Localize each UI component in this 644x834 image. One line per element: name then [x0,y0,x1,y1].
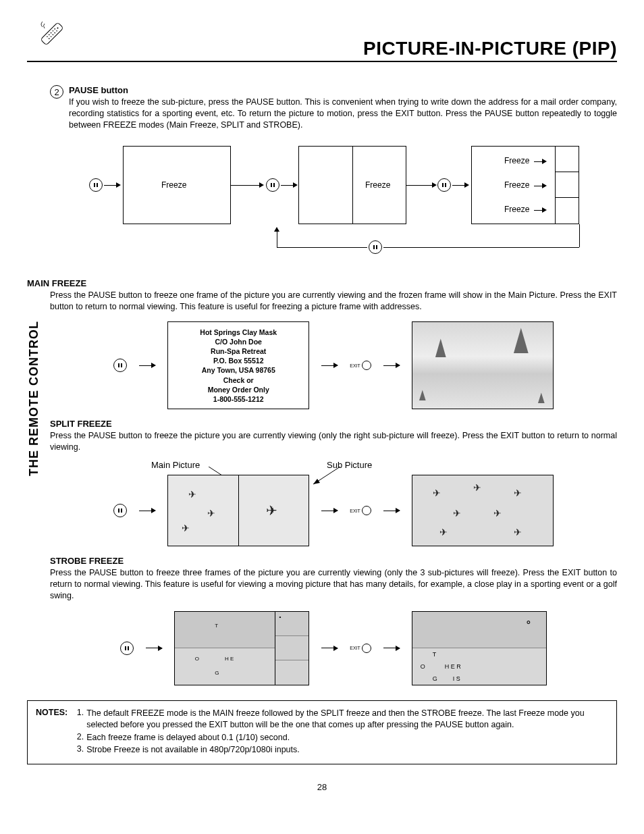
svg-rect-0 [41,22,63,45]
split-frame: ✈✈✈ ✈ [167,475,309,546]
note-item: Strobe Freeze is not available in 480p/7… [86,744,608,756]
addr-line: P.O. Box 55512 [213,356,264,365]
note-item: Each freeze frame is delayed about 0.1 (… [86,732,608,744]
strobe-freeze-text: Press the PAUSE button to freeze three f… [50,567,617,602]
exit-icon: EXIT [350,644,371,653]
step-number: 2 [50,85,63,99]
main-picture-label: Main Picture [151,460,200,470]
svg-point-7 [52,34,53,35]
freeze-label: Freeze [365,180,390,190]
split-freeze-text: Press the PAUSE button to freeze the pic… [50,430,617,453]
strobe-freeze-figure: T OH EG ⚬ EXIT ⚬ T O H E R G I S [50,611,617,685]
page-title: PICTURE-IN-PICTURE (PIP) [27,38,617,62]
addr-line: Hot Springs Clay Mask [200,328,277,337]
freeze-label: Freeze [504,156,529,165]
pause-icon [120,642,134,655]
planes-frame: ✈ ✈ ✈ ✈ ✈ ✈ ✈ [412,475,554,546]
pause-icon [437,178,451,192]
arrow-icon [139,511,155,511]
svg-point-6 [50,32,51,33]
notes-box: NOTES: 1.The default FREEZE mode is the … [27,700,617,765]
remote-icon [37,19,67,49]
exit-icon: EXIT [350,506,371,515]
side-tab: THE REMOTE CONTROL [27,311,47,486]
svg-point-9 [50,36,51,37]
arrow-icon [321,365,338,366]
step-text: If you wish to freeze the sub-picture, p… [69,97,617,131]
arrow-icon [321,648,338,648]
notes-label: NOTES: [36,708,68,758]
svg-point-1 [57,27,59,29]
addr-line: Run-Spa Retreat [211,346,266,356]
svg-point-2 [54,28,55,30]
arrow-icon [383,365,400,366]
main-freeze-heading: MAIN FREEZE [27,278,617,288]
svg-marker-15 [313,479,320,484]
strobe-freeze-heading: STROBE FREEZE [50,556,617,566]
svg-point-5 [54,32,55,33]
pause-icon [113,359,127,372]
svg-point-11 [49,38,50,39]
main-freeze-text: Press the PAUSE button to freeze one fra… [50,290,617,313]
arrow-icon [383,648,400,648]
svg-point-3 [56,30,57,32]
svg-point-4 [52,30,53,32]
arrow-icon [146,648,162,648]
arrow-icon [321,511,338,511]
addr-line: 1-800-555-1212 [213,394,264,404]
pause-icon [89,178,103,192]
address-frame: Hot Springs Clay Mask C/O John Doe Run-S… [167,321,309,409]
step-title: PAUSE button [69,85,617,95]
motion-frame [412,321,554,409]
addr-line: C/O John Doe [215,337,262,346]
main-freeze-figure: Hot Springs Clay Mask C/O John Doe Run-S… [50,321,617,409]
arrow-icon [139,365,155,366]
svg-point-10 [47,36,48,37]
motion-frame: ⚬ T O H E R G I S [412,611,547,685]
freeze-cycle-diagram: Freeze Freeze Freeze Freeze Freeze [77,143,590,258]
note-item: The default FREEZE mode is the MAIN free… [86,708,608,731]
strobe-frame: T OH EG ⚬ [174,611,309,685]
pause-icon [266,178,279,192]
addr-line: Check or [223,375,254,385]
split-freeze-heading: SPLIT FREEZE [50,419,617,429]
page-number: 28 [27,782,617,792]
freeze-label: Freeze [161,180,186,190]
exit-icon: EXIT [350,361,371,370]
pause-icon [113,504,127,517]
arrow-icon [383,511,400,511]
freeze-label: Freeze [504,205,529,214]
freeze-label: Freeze [504,180,529,190]
addr-line: Any Town, USA 98765 [202,365,275,375]
addr-line: Money Order Only [208,385,269,394]
svg-point-8 [49,34,50,35]
pause-icon [369,240,382,254]
